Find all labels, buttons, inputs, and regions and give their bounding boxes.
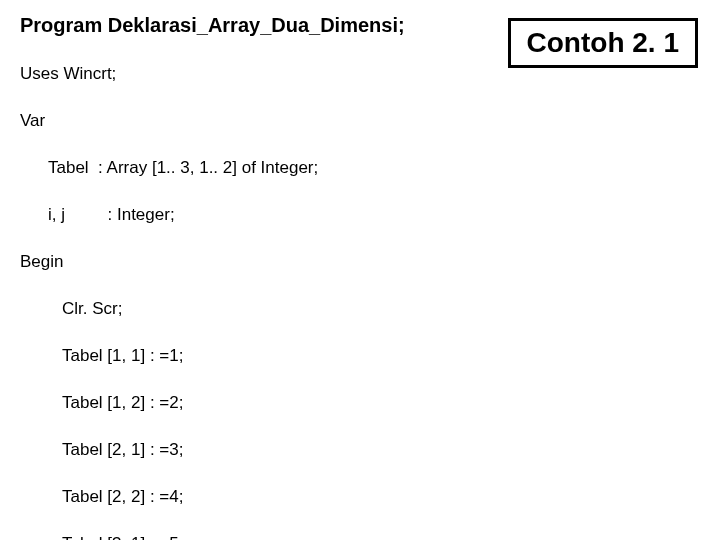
code-line: Tabel [1, 1] : =1; [20, 344, 700, 367]
code-line: Tabel [2, 2] : =4; [20, 485, 700, 508]
code-line: Var [20, 109, 700, 132]
code-block: Uses Wincrt; Var Tabel : Array [1.. 3, 1… [20, 39, 700, 540]
code-line: Tabel [1, 2] : =2; [20, 391, 700, 414]
code-line: Tabel : Array [1.. 3, 1.. 2] of Integer; [20, 156, 700, 179]
code-line: i, j : Integer; [20, 203, 700, 226]
code-line: Clr. Scr; [20, 297, 700, 320]
example-callout: Contoh 2. 1 [508, 18, 698, 68]
code-line: Tabel [2, 1] : =3; [20, 438, 700, 461]
code-line: Tabel [3, 1] : =5; [20, 532, 700, 540]
code-line: Begin [20, 250, 700, 273]
